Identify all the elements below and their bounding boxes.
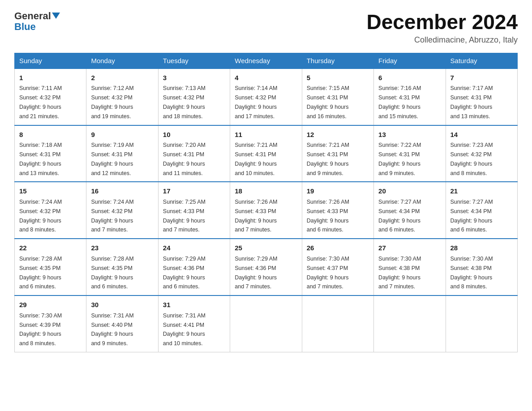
page-header: General Blue December 2024 Colledimacine… [14,11,518,45]
day-number: 2 [91,73,153,83]
day-number: 19 [307,186,369,196]
day-info: Sunrise: 7:21 AM Sunset: 4:31 PM Dayligh… [235,142,277,176]
day-info: Sunrise: 7:21 AM Sunset: 4:31 PM Dayligh… [307,142,349,176]
calendar-day-cell: 24Sunrise: 7:29 AM Sunset: 4:36 PM Dayli… [158,239,230,295]
day-number: 1 [19,73,82,83]
calendar-week-row: 8Sunrise: 7:18 AM Sunset: 4:31 PM Daylig… [15,125,518,182]
calendar-day-cell: 18Sunrise: 7:26 AM Sunset: 4:33 PM Dayli… [230,182,302,239]
calendar-day-cell: 19Sunrise: 7:26 AM Sunset: 4:33 PM Dayli… [302,182,373,239]
day-number: 27 [378,243,441,253]
calendar-body: 1Sunrise: 7:11 AM Sunset: 4:32 PM Daylig… [15,68,518,352]
logo-line1: General [14,11,60,21]
col-friday: Friday [374,53,446,68]
calendar-title: December 2024 [366,11,518,34]
calendar-header: Sunday Monday Tuesday Wednesday Thursday… [15,53,518,68]
day-info: Sunrise: 7:30 AM Sunset: 4:37 PM Dayligh… [307,256,349,290]
day-number: 31 [163,300,225,310]
day-number: 10 [163,129,225,140]
logo-triangle-icon [52,13,60,19]
calendar-day-cell [302,295,373,352]
calendar-day-cell: 14Sunrise: 7:23 AM Sunset: 4:32 PM Dayli… [446,125,517,182]
day-number: 16 [91,186,153,196]
calendar-day-cell: 12Sunrise: 7:21 AM Sunset: 4:31 PM Dayli… [302,125,373,182]
day-info: Sunrise: 7:24 AM Sunset: 4:32 PM Dayligh… [19,199,62,233]
day-number: 11 [235,129,297,140]
calendar-day-cell: 4Sunrise: 7:14 AM Sunset: 4:32 PM Daylig… [230,68,302,125]
calendar-day-cell: 17Sunrise: 7:25 AM Sunset: 4:33 PM Dayli… [158,182,230,239]
calendar-day-cell: 10Sunrise: 7:20 AM Sunset: 4:31 PM Dayli… [158,125,230,182]
calendar-day-cell: 11Sunrise: 7:21 AM Sunset: 4:31 PM Dayli… [230,125,302,182]
calendar-day-cell [374,295,446,352]
calendar-day-cell [446,295,517,352]
day-info: Sunrise: 7:19 AM Sunset: 4:31 PM Dayligh… [91,142,133,176]
calendar-week-row: 1Sunrise: 7:11 AM Sunset: 4:32 PM Daylig… [15,68,518,125]
calendar-day-cell: 23Sunrise: 7:28 AM Sunset: 4:35 PM Dayli… [86,239,158,295]
calendar-day-cell: 6Sunrise: 7:16 AM Sunset: 4:31 PM Daylig… [374,68,446,125]
day-info: Sunrise: 7:23 AM Sunset: 4:32 PM Dayligh… [450,142,493,176]
day-info: Sunrise: 7:31 AM Sunset: 4:40 PM Dayligh… [91,313,133,347]
day-info: Sunrise: 7:17 AM Sunset: 4:31 PM Dayligh… [450,85,493,120]
day-number: 20 [378,186,441,196]
day-number: 15 [19,186,82,196]
day-number: 21 [450,186,513,196]
day-info: Sunrise: 7:25 AM Sunset: 4:33 PM Dayligh… [163,199,206,233]
calendar-table: Sunday Monday Tuesday Wednesday Thursday… [14,53,518,353]
calendar-day-cell: 3Sunrise: 7:13 AM Sunset: 4:32 PM Daylig… [158,68,230,125]
day-info: Sunrise: 7:29 AM Sunset: 4:36 PM Dayligh… [163,256,206,290]
calendar-subtitle: Colledimacine, Abruzzo, Italy [366,35,518,45]
calendar-week-row: 22Sunrise: 7:28 AM Sunset: 4:35 PM Dayli… [15,239,518,295]
day-number: 6 [378,73,441,83]
col-thursday: Thursday [302,53,373,68]
day-info: Sunrise: 7:27 AM Sunset: 4:34 PM Dayligh… [378,199,421,233]
day-number: 3 [163,73,225,83]
calendar-day-cell: 15Sunrise: 7:24 AM Sunset: 4:32 PM Dayli… [15,182,86,239]
col-wednesday: Wednesday [230,53,302,68]
col-monday: Monday [86,53,158,68]
day-number: 4 [235,73,297,83]
calendar-day-cell: 8Sunrise: 7:18 AM Sunset: 4:31 PM Daylig… [15,125,86,182]
day-info: Sunrise: 7:18 AM Sunset: 4:31 PM Dayligh… [19,142,62,176]
calendar-day-cell: 29Sunrise: 7:30 AM Sunset: 4:39 PM Dayli… [15,295,86,352]
day-number: 9 [91,129,153,140]
col-saturday: Saturday [446,53,517,68]
day-number: 24 [163,243,225,253]
day-info: Sunrise: 7:28 AM Sunset: 4:35 PM Dayligh… [19,256,62,290]
day-info: Sunrise: 7:30 AM Sunset: 4:39 PM Dayligh… [19,313,62,347]
calendar-day-cell: 13Sunrise: 7:22 AM Sunset: 4:31 PM Dayli… [374,125,446,182]
day-number: 25 [235,243,297,253]
day-number: 26 [307,243,369,253]
calendar-day-cell: 28Sunrise: 7:30 AM Sunset: 4:38 PM Dayli… [446,239,517,295]
day-info: Sunrise: 7:20 AM Sunset: 4:31 PM Dayligh… [163,142,206,176]
day-info: Sunrise: 7:27 AM Sunset: 4:34 PM Dayligh… [450,199,493,233]
day-info: Sunrise: 7:31 AM Sunset: 4:41 PM Dayligh… [163,313,206,347]
day-number: 13 [378,129,441,140]
day-info: Sunrise: 7:13 AM Sunset: 4:32 PM Dayligh… [163,85,206,120]
col-tuesday: Tuesday [158,53,230,68]
calendar-day-cell: 9Sunrise: 7:19 AM Sunset: 4:31 PM Daylig… [86,125,158,182]
day-info: Sunrise: 7:30 AM Sunset: 4:38 PM Dayligh… [378,256,421,290]
calendar-day-cell: 5Sunrise: 7:15 AM Sunset: 4:31 PM Daylig… [302,68,373,125]
day-info: Sunrise: 7:14 AM Sunset: 4:32 PM Dayligh… [235,85,277,120]
day-number: 8 [19,129,82,140]
day-number: 29 [19,300,82,310]
day-info: Sunrise: 7:30 AM Sunset: 4:38 PM Dayligh… [450,256,493,290]
day-info: Sunrise: 7:22 AM Sunset: 4:31 PM Dayligh… [378,142,421,176]
calendar-day-cell: 1Sunrise: 7:11 AM Sunset: 4:32 PM Daylig… [15,68,86,125]
logo-line2: Blue [14,21,36,32]
day-number: 14 [450,129,513,140]
calendar-day-cell: 7Sunrise: 7:17 AM Sunset: 4:31 PM Daylig… [446,68,517,125]
calendar-day-cell: 25Sunrise: 7:29 AM Sunset: 4:36 PM Dayli… [230,239,302,295]
logo: General Blue [14,11,60,32]
col-sunday: Sunday [15,53,86,68]
calendar-day-cell: 27Sunrise: 7:30 AM Sunset: 4:38 PM Dayli… [374,239,446,295]
day-number: 7 [450,73,513,83]
calendar-week-row: 29Sunrise: 7:30 AM Sunset: 4:39 PM Dayli… [15,295,518,352]
day-info: Sunrise: 7:26 AM Sunset: 4:33 PM Dayligh… [307,199,349,233]
day-number: 23 [91,243,153,253]
day-info: Sunrise: 7:29 AM Sunset: 4:36 PM Dayligh… [235,256,277,290]
calendar-day-cell: 22Sunrise: 7:28 AM Sunset: 4:35 PM Dayli… [15,239,86,295]
day-info: Sunrise: 7:28 AM Sunset: 4:35 PM Dayligh… [91,256,133,290]
day-info: Sunrise: 7:11 AM Sunset: 4:32 PM Dayligh… [19,85,62,120]
calendar-day-cell: 16Sunrise: 7:24 AM Sunset: 4:32 PM Dayli… [86,182,158,239]
calendar-day-cell: 20Sunrise: 7:27 AM Sunset: 4:34 PM Dayli… [374,182,446,239]
